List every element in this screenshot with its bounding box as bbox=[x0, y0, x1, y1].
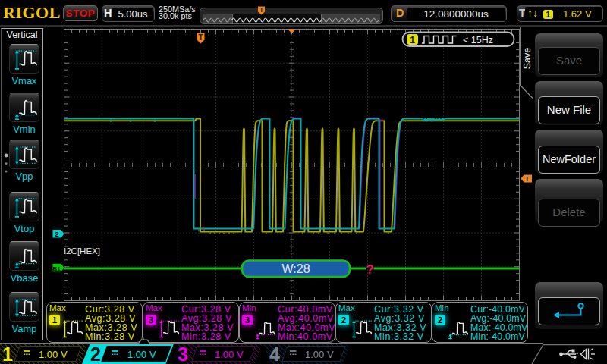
svg-text:< 15Hz: < 15Hz bbox=[463, 35, 493, 46]
svg-text:I2C[HEX]: I2C[HEX] bbox=[64, 246, 100, 256]
svg-text:T: T bbox=[198, 33, 203, 42]
svg-text:1: 1 bbox=[410, 35, 415, 46]
svg-text:?: ? bbox=[366, 262, 373, 277]
svg-text:2: 2 bbox=[55, 230, 58, 238]
svg-text:W:28: W:28 bbox=[281, 262, 310, 275]
svg-text:T: T bbox=[259, 6, 264, 14]
svg-text:B1: B1 bbox=[52, 265, 61, 272]
svg-text:T: T bbox=[525, 174, 530, 183]
